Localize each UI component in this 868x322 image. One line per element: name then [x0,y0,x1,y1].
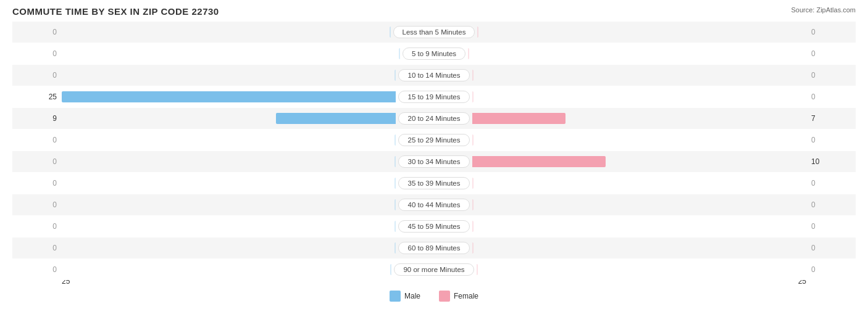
male-bar-container [62,27,391,38]
female-bar [472,242,474,254]
female-bar-container [472,242,806,254]
male-value: 0 [12,71,62,80]
male-bar [394,242,396,254]
male-bar [394,156,396,167]
female-value: 0 [806,222,856,231]
male-bar [394,199,396,210]
female-bar-container [472,113,806,124]
female-bar [477,27,478,38]
female-bar [472,113,566,124]
female-bar-container [472,134,806,146]
male-bar-container [62,70,396,81]
row-label: 30 to 34 Minutes [398,155,469,168]
male-bar [390,264,391,275]
female-value: 10 [806,157,856,166]
male-bar [62,91,396,102]
male-value: 25 [12,93,62,101]
male-bar-container [62,242,396,254]
source-label: Source: ZipAtlas.com [791,6,856,14]
female-bar [472,156,606,167]
female-value: 7 [806,114,856,123]
legend-female-label: Female [454,292,478,300]
male-value: 0 [12,265,62,274]
bars-section: 35 to 39 Minutes [62,173,806,194]
chart-row: 090 or more Minutes0 [12,259,856,280]
female-bar-container [472,70,806,81]
male-value: 0 [12,28,62,36]
male-bar-container [62,178,396,189]
chart-row: 010 to 14 Minutes0 [12,65,856,86]
chart-row: 045 to 59 Minutes0 [12,216,856,237]
bars-section: 90 or more Minutes [62,259,806,280]
female-bar-container [472,178,806,189]
male-bar-container [62,91,396,102]
female-value: 0 [806,244,856,252]
male-value: 0 [12,136,62,144]
row-label: 25 to 29 Minutes [398,134,469,146]
row-label: 15 to 19 Minutes [398,91,469,103]
female-bar [468,48,469,59]
male-bar-container [62,48,400,59]
chart-area: 0Less than 5 Minutes005 to 9 Minutes0010… [12,22,856,275]
chart-row: 035 to 39 Minutes0 [12,173,856,194]
row-label: Less than 5 Minutes [393,26,475,38]
male-value: 0 [12,200,62,209]
female-bar-container [472,91,806,102]
legend-female-box [439,291,450,302]
bars-section: 10 to 14 Minutes [62,65,806,86]
female-value: 0 [806,200,856,209]
male-bar [394,134,396,146]
female-bar-container [477,264,806,275]
legend-female: Female [439,291,478,302]
row-label: 45 to 59 Minutes [398,220,469,233]
chart-row: 060 to 89 Minutes0 [12,237,856,258]
female-bar-container [477,27,806,38]
bars-section: 40 to 44 Minutes [62,194,806,215]
female-bar [472,221,474,232]
bars-section: 45 to 59 Minutes [62,216,806,237]
row-label: 35 to 39 Minutes [398,177,469,189]
male-bar-container [62,221,396,232]
female-bar-container [472,156,806,167]
female-value: 0 [806,179,856,188]
female-bar [472,91,474,102]
male-value: 0 [12,244,62,252]
female-bar-container [472,221,806,232]
female-value: 0 [806,265,856,274]
chart-container: COMMUTE TIME BY SEX IN ZIP CODE 22730 So… [0,0,868,322]
row-label: 10 to 14 Minutes [398,69,469,81]
male-bar-container [62,113,396,124]
male-value: 0 [12,222,62,231]
female-bar [477,264,478,275]
male-bar [394,221,396,232]
male-bar [394,70,396,81]
male-bar [399,48,400,59]
male-value: 9 [12,114,62,123]
bars-section: Less than 5 Minutes [62,22,806,43]
bars-section: 15 to 19 Minutes [62,86,806,107]
male-bar-container [62,264,391,275]
row-label: 40 to 44 Minutes [398,199,469,211]
female-value: 0 [806,93,856,101]
female-value: 0 [806,28,856,36]
male-bar-container [62,134,396,146]
row-label: 20 to 24 Minutes [398,112,469,125]
chart-row: 2515 to 19 Minutes0 [12,86,856,107]
row-label: 90 or more Minutes [394,263,474,276]
row-label: 5 to 9 Minutes [403,47,465,60]
male-value: 0 [12,49,62,58]
male-bar-container [62,199,396,210]
female-value: 0 [806,136,856,144]
legend-male-label: Male [404,292,420,300]
chart-row: 025 to 29 Minutes0 [12,130,856,151]
female-bar-container [472,199,806,210]
chart-row: 040 to 44 Minutes0 [12,194,856,215]
bars-section: 20 to 24 Minutes [62,108,806,129]
bars-section: 60 to 89 Minutes [62,237,806,258]
legend-male: Male [390,291,420,302]
female-value: 0 [806,71,856,80]
male-value: 0 [12,157,62,166]
male-bar-container [62,156,396,167]
male-value: 0 [12,179,62,188]
chart-row: 030 to 34 Minutes10 [12,151,856,172]
